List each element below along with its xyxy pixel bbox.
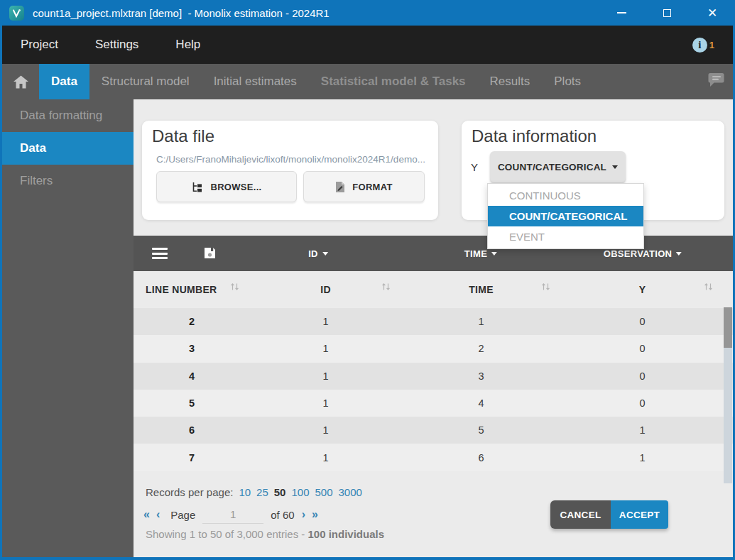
window-title: count1a_project.mlxtran [demo] - Monolix… bbox=[33, 7, 330, 19]
observation-type-row: Y COUNT/CATEGORICAL bbox=[471, 151, 724, 182]
sort-icon[interactable] bbox=[230, 282, 239, 293]
records-per-page-label: Records per page: bbox=[146, 486, 233, 498]
option-event[interactable]: EVENT bbox=[488, 226, 643, 247]
column-tag-id-label: ID bbox=[308, 248, 318, 259]
cell-id: 1 bbox=[250, 343, 401, 354]
tab-data[interactable]: Data bbox=[39, 64, 89, 99]
cell-time: 1 bbox=[401, 316, 561, 327]
records-option-50-selected[interactable]: 50 bbox=[274, 486, 286, 498]
chat-bubble-icon bbox=[707, 72, 725, 88]
close-button[interactable]: ✕ bbox=[690, 0, 735, 26]
data-file-path: C:/Users/FranoMihaljevic/lixoft/monolix/… bbox=[156, 154, 428, 165]
sort-icon[interactable] bbox=[704, 282, 713, 293]
cell-y: 1 bbox=[561, 424, 724, 436]
column-tag-time-label: TIME bbox=[464, 248, 487, 259]
cell-time: 4 bbox=[401, 397, 561, 409]
page-input[interactable] bbox=[202, 505, 263, 524]
menu-project[interactable]: Project bbox=[2, 26, 77, 64]
content-area: Data file C:/Users/FranoMihaljevic/lixof… bbox=[134, 99, 733, 557]
action-buttons: CANCEL ACCEPT bbox=[550, 500, 668, 529]
cell-y: 0 bbox=[561, 343, 724, 354]
header-id[interactable]: ID bbox=[250, 271, 401, 308]
observation-field-label: Y bbox=[471, 161, 490, 173]
header-time[interactable]: TIME bbox=[401, 271, 561, 308]
cell-line-number: 5 bbox=[134, 397, 250, 409]
feedback-button[interactable] bbox=[707, 72, 725, 92]
cell-id: 1 bbox=[250, 397, 401, 409]
sort-icon[interactable] bbox=[541, 282, 550, 293]
caret-down-icon bbox=[612, 165, 618, 169]
next-page-icon[interactable]: › bbox=[302, 508, 305, 521]
records-option-3000[interactable]: 3000 bbox=[339, 486, 362, 498]
tab-statistical-model-tasks[interactable]: Statistical model & Tasks bbox=[309, 64, 478, 99]
cell-line-number: 4 bbox=[134, 370, 250, 382]
pagination: « ‹ Page of 60 › » bbox=[143, 505, 325, 524]
records-option-10[interactable]: 10 bbox=[239, 486, 251, 498]
header-id-label: ID bbox=[320, 284, 331, 295]
cell-id: 1 bbox=[250, 452, 401, 463]
format-document-icon bbox=[335, 181, 345, 193]
window-border bbox=[0, 557, 735, 560]
cell-time: 3 bbox=[401, 370, 561, 382]
window-border bbox=[0, 26, 2, 560]
format-button[interactable]: FORMAT bbox=[303, 171, 425, 202]
column-tag-id-dropdown[interactable]: ID bbox=[308, 236, 328, 271]
last-page-icon[interactable]: » bbox=[312, 508, 318, 521]
notification-area[interactable]: i 1 bbox=[692, 38, 714, 53]
cell-id: 1 bbox=[250, 316, 401, 327]
save-floppy-icon bbox=[204, 247, 216, 259]
monolix-logo-icon bbox=[9, 6, 24, 21]
browse-button[interactable]: BROWSE... bbox=[156, 171, 297, 202]
first-page-icon[interactable]: « bbox=[143, 508, 150, 521]
observation-type-dropdown[interactable]: COUNT/CATEGORICAL bbox=[490, 151, 626, 182]
title-bar: count1a_project.mlxtran [demo] - Monolix… bbox=[0, 0, 735, 26]
records-option-25[interactable]: 25 bbox=[256, 486, 268, 498]
tab-home[interactable] bbox=[2, 64, 39, 99]
browse-tree-icon bbox=[191, 182, 203, 192]
header-line-number-label: LINE NUMBER bbox=[146, 284, 217, 295]
caret-down-icon bbox=[322, 252, 328, 256]
data-file-title: Data file bbox=[142, 121, 438, 148]
records-option-500[interactable]: 500 bbox=[315, 486, 333, 498]
cell-id: 1 bbox=[250, 370, 401, 382]
monolix-window: count1a_project.mlxtran [demo] - Monolix… bbox=[0, 0, 735, 560]
sidebar-item-filters[interactable]: Filters bbox=[2, 165, 134, 197]
sidebar-item-data-formatting[interactable]: Data formatting bbox=[2, 99, 134, 132]
table-scrollbar[interactable] bbox=[724, 307, 732, 483]
table-row: 7 1 6 1 bbox=[134, 444, 733, 471]
option-continuous[interactable]: CONTINUOUS bbox=[488, 185, 643, 206]
table-header-row: LINE NUMBER ID TIME Y bbox=[134, 271, 733, 308]
sort-icon[interactable] bbox=[381, 282, 391, 293]
scrollbar-thumb[interactable] bbox=[724, 307, 732, 348]
cancel-button[interactable]: CANCEL bbox=[550, 500, 611, 529]
home-icon bbox=[13, 75, 29, 89]
prev-page-icon[interactable]: ‹ bbox=[156, 508, 160, 521]
menu-settings[interactable]: Settings bbox=[77, 26, 157, 64]
caret-down-icon bbox=[491, 252, 497, 256]
info-badge: 1 bbox=[709, 40, 714, 50]
save-button[interactable] bbox=[204, 247, 216, 262]
cell-line-number: 6 bbox=[134, 424, 250, 436]
minimize-icon bbox=[617, 12, 626, 13]
menu-help[interactable]: Help bbox=[157, 26, 219, 64]
cell-y: 0 bbox=[561, 370, 724, 382]
option-count-categorical[interactable]: COUNT/CATEGORICAL bbox=[488, 206, 643, 226]
tab-initial-estimates[interactable]: Initial estimates bbox=[202, 64, 309, 99]
maximize-button[interactable] bbox=[644, 0, 690, 26]
table-row: 2 1 1 0 bbox=[134, 308, 733, 335]
minimize-button[interactable] bbox=[599, 0, 644, 26]
page-label: Page bbox=[170, 509, 195, 521]
tab-results[interactable]: Results bbox=[478, 64, 543, 99]
tab-structural-model[interactable]: Structural model bbox=[89, 64, 202, 99]
sidebar-item-data[interactable]: Data bbox=[2, 132, 134, 165]
column-tag-observation-label: OBSERVATION bbox=[604, 248, 672, 259]
header-line-number[interactable]: LINE NUMBER bbox=[134, 271, 250, 308]
maximize-icon bbox=[663, 9, 671, 17]
accept-button[interactable]: ACCEPT bbox=[611, 500, 668, 529]
page-total: of 60 bbox=[271, 509, 294, 521]
cell-y: 1 bbox=[561, 452, 724, 463]
records-option-100[interactable]: 100 bbox=[291, 486, 309, 498]
header-y[interactable]: Y bbox=[561, 271, 724, 308]
tab-plots[interactable]: Plots bbox=[542, 64, 593, 99]
table-menu-button[interactable] bbox=[152, 248, 168, 262]
